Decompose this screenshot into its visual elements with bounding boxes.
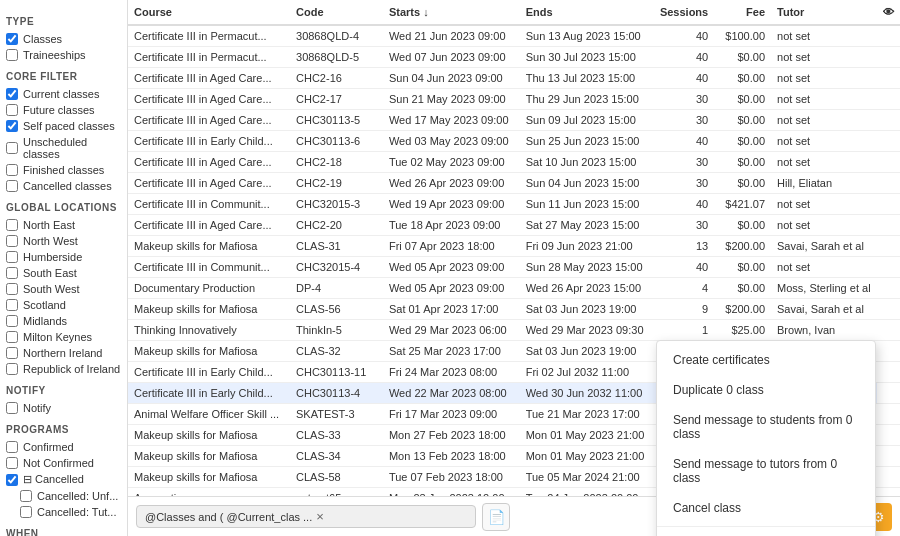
cell-code: CLAS-34 [290,446,383,467]
table-row[interactable]: Documentary ProductionDP-4Wed 05 Apr 202… [128,278,900,299]
location-item-8[interactable]: Northern Ireland [6,345,121,361]
cell-ends: Fri 02 Jul 2032 11:00 [520,362,654,383]
location-item-7[interactable]: Milton Keynes [6,329,121,345]
program-item-4[interactable]: Cancelled: Tut... [6,504,121,520]
filter-tag[interactable]: @Classes and ( @Current_clas ... × [136,505,476,528]
cell-tutor: Hill, Eliatan [771,173,877,194]
cell-fee: $0.00 [714,68,771,89]
table-row[interactable]: Certificate III in Aged Care...CHC2-18Tu… [128,152,900,173]
cell-course: Documentary Production [128,278,290,299]
menu-item-4[interactable]: Cancel class [657,493,875,523]
menu-item-3[interactable]: Send message to tutors from 0 class [657,449,875,493]
cell-course: Certificate III in Communit... [128,194,290,215]
table-row[interactable]: Certificate III in Communit...CHC32015-3… [128,194,900,215]
location-item-4[interactable]: South West [6,281,121,297]
filter-close-button[interactable]: × [316,509,324,524]
cell-code: CHC2-17 [290,89,383,110]
filter-finished[interactable]: Finished classes [6,162,121,178]
cell-starts: Sun 21 May 2023 09:00 [383,89,520,110]
cell-sessions: 30 [654,173,714,194]
cell-starts: Wed 21 Jun 2023 09:00 [383,25,520,47]
table-row[interactable]: Certificate III in Permacut...30868QLD-5… [128,47,900,68]
programs-title: PROGRAMS [6,424,121,435]
cell-ends: Sun 04 Jun 2023 15:00 [520,173,654,194]
cell-course: Makeup skills for Mafiosa [128,341,290,362]
type-classes[interactable]: Classes [6,31,121,47]
location-item-2[interactable]: Humberside [6,249,121,265]
menu-item-0[interactable]: Create certificates [657,345,875,375]
menu-item-2[interactable]: Send message to students from 0 class [657,405,875,449]
cell-course: Makeup skills for Mafiosa [128,236,290,257]
global-locations-title: GLOBAL LOCATIONS [6,202,121,213]
table-row[interactable]: Certificate III in Early Child...CHC3011… [128,131,900,152]
col-header-starts[interactable]: Starts ↓ [383,0,520,25]
program-item-1[interactable]: Not Confirmed [6,455,121,471]
cell-fee: $100.00 [714,25,771,47]
table-row[interactable]: Thinking InnovativelyThinkIn-5Wed 29 Mar… [128,320,900,341]
filter-future[interactable]: Future classes [6,102,121,118]
table-row[interactable]: Certificate III in Aged Care...CHC30113-… [128,110,900,131]
sidebar: TYPE ClassesTraineeships CORE FILTER Cur… [0,0,128,536]
program-item-3[interactable]: Cancelled: Unf... [6,488,121,504]
cell-sessions: 1 [654,320,714,341]
cell-starts: Mon 23 Jan 2023 12:00 [383,488,520,497]
table-row[interactable]: Certificate III in Aged Care...CHC2-20Tu… [128,215,900,236]
type-traineeships[interactable]: Traineeships [6,47,121,63]
notify-item-0[interactable]: Notify [6,400,121,416]
cell-ends: Thu 29 Jun 2023 15:00 [520,89,654,110]
cell-starts: Wed 29 Mar 2023 06:00 [383,320,520,341]
program-item-0[interactable]: Confirmed [6,439,121,455]
core-filter-items: Current classesFuture classesSelf paced … [6,86,121,194]
cell-fee: $0.00 [714,110,771,131]
filter-self-paced[interactable]: Self paced classes [6,118,121,134]
program-item-2[interactable]: ⊟ Cancelled [6,471,121,488]
cell-course: Certificate III in Aged Care... [128,215,290,236]
cell-tutor: not set [771,47,877,68]
type-title: TYPE [6,16,121,27]
cell-code: CLAS-33 [290,425,383,446]
table-row[interactable]: Certificate III in Aged Care...CHC2-19We… [128,173,900,194]
cell-starts: Sun 04 Jun 2023 09:00 [383,68,520,89]
cell-code: CHC32015-4 [290,257,383,278]
location-item-5[interactable]: Scotland [6,297,121,313]
cell-course: Certificate III in Aged Care... [128,89,290,110]
table-row[interactable]: Makeup skills for MafiosaCLAS-56Sat 01 A… [128,299,900,320]
table-row[interactable]: Certificate III in Communit...CHC32015-4… [128,257,900,278]
cell-starts: Sat 25 Mar 2023 17:00 [383,341,520,362]
table-header-row: CourseCodeStarts ↓EndsSessionsFeeTutor👁 [128,0,900,25]
filter-unscheduled[interactable]: Unscheduled classes [6,134,121,162]
cell-code: 30868QLD-4 [290,25,383,47]
cell-tutor: not set [771,89,877,110]
menu-item-5[interactable]: Generate tutor pay [657,530,875,536]
cell-code: CLAS-56 [290,299,383,320]
cell-ends: Fri 09 Jun 2023 21:00 [520,236,654,257]
cell-course: Certificate III in Early Child... [128,383,290,404]
menu-item-1[interactable]: Duplicate 0 class [657,375,875,405]
cell-course: Certificate III in Communit... [128,257,290,278]
cell-fee: $0.00 [714,173,771,194]
cell-ends: Tue 24 Jan 2023 20:00 [520,488,654,497]
location-item-9[interactable]: Republick of Ireland [6,361,121,377]
table-row[interactable]: Certificate III in Aged Care...CHC2-17Su… [128,89,900,110]
table-row[interactable]: Certificate III in Aged Care...CHC2-16Su… [128,68,900,89]
cell-course: Animal Welfare Officer Skill ... [128,404,290,425]
location-item-0[interactable]: North East [6,217,121,233]
type-classes-checkbox[interactable] [6,33,18,45]
cell-code: CHC2-18 [290,152,383,173]
col-header-eye[interactable]: 👁 [877,0,900,25]
location-item-1[interactable]: North West [6,233,121,249]
filter-cancelled[interactable]: Cancelled classes [6,178,121,194]
cell-course: Makeup skills for Mafiosa [128,299,290,320]
cell-ends: Wed 30 Jun 2032 11:00 [520,383,654,404]
location-item-6[interactable]: Midlands [6,313,121,329]
filter-current[interactable]: Current classes [6,86,121,102]
document-icon-button[interactable]: 📄 [482,503,510,531]
cell-starts: Fri 17 Mar 2023 09:00 [383,404,520,425]
cell-ends: Tue 21 Mar 2023 17:00 [520,404,654,425]
type-traineeships-checkbox[interactable] [6,49,18,61]
notify-items: Notify [6,400,121,416]
cell-starts: Wed 19 Apr 2023 09:00 [383,194,520,215]
table-row[interactable]: Makeup skills for MafiosaCLAS-31Fri 07 A… [128,236,900,257]
table-row[interactable]: Certificate III in Permacut...30868QLD-4… [128,25,900,47]
location-item-3[interactable]: South East [6,265,121,281]
